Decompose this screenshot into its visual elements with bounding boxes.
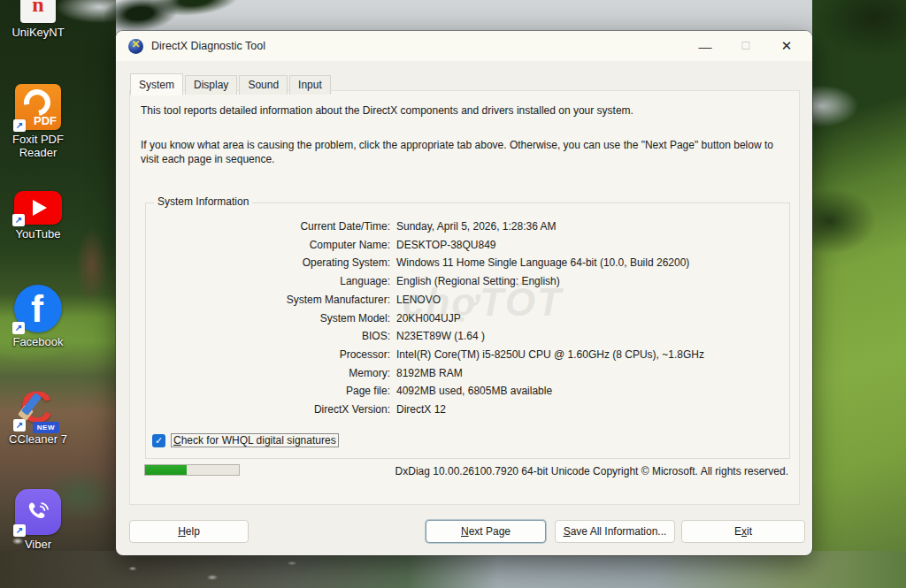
intro-text-2: If you know what area is causing the pro… — [141, 138, 788, 166]
wallpaper-grass-slope — [812, 0, 906, 588]
system-information-groupbox: System Information Current Date/Time:Sun… — [145, 202, 790, 459]
new-badge: NEW — [33, 422, 59, 433]
dialog-buttons: Help Next Page Save All Information... E… — [116, 520, 812, 543]
tab-system[interactable]: System — [130, 73, 183, 95]
desktop-icon-ccleaner[interactable]: C NEW ↗ CCleaner 7 — [0, 387, 76, 447]
shortcut-arrow-icon: ↗ — [13, 524, 26, 537]
desktop-icon-foxit[interactable]: PDF ↗ Foxit PDF Reader — [0, 84, 76, 160]
info-row: Language:English (Regional Setting: Engl… — [153, 272, 783, 291]
help-button[interactable]: Help — [129, 520, 249, 543]
groupbox-title: System Information — [154, 195, 252, 208]
unikey-icon: n — [20, 0, 56, 23]
wallpaper-stream — [0, 551, 906, 588]
whql-checkbox-label[interactable]: Check for WHQL digital signatures — [171, 433, 339, 447]
whql-checkbox-row[interactable]: ✓ Check for WHQL digital signatures — [152, 433, 339, 447]
info-row: Operating System:Windows 11 Home Single … — [153, 254, 783, 272]
info-row: Current Date/Time:Sunday, April 5, 2026,… — [153, 218, 783, 236]
shortcut-arrow-icon: ↗ — [13, 419, 26, 431]
shortcut-arrow-icon: ↗ — [12, 322, 25, 334]
exit-button[interactable]: Exit — [681, 520, 805, 543]
info-row: BIOS:N23ET89W (1.64 ) — [153, 327, 783, 346]
tab-display[interactable]: Display — [185, 75, 237, 95]
save-all-information-button[interactable]: Save All Information... — [555, 520, 675, 543]
info-row: DirectX Version:DirectX 12 — [153, 401, 783, 419]
checkbox-checked-icon[interactable]: ✓ — [152, 434, 165, 447]
desktop-icon-label: Foxit PDF Reader — [0, 134, 76, 160]
desktop-icon-label: Facebook — [12, 336, 63, 349]
desktop-icon-youtube[interactable]: ↗ YouTube — [0, 191, 76, 241]
next-page-button[interactable]: Next Page — [426, 520, 546, 543]
shortcut-arrow-icon: ↗ — [12, 214, 25, 226]
progress-fill — [145, 465, 187, 475]
info-row: System Model:20KH004UJP — [153, 309, 783, 328]
directx-app-icon: ✕ — [128, 39, 143, 54]
dxdiag-version-text: DxDiag 10.00.26100.7920 64-bit Unicode C… — [395, 465, 788, 477]
desktop-icon-label: UniKeyNT — [12, 27, 64, 40]
system-tab-page: This tool reports detailed information a… — [129, 90, 800, 505]
desktop-icon-label: CCleaner 7 — [9, 433, 67, 447]
tab-input[interactable]: Input — [289, 75, 331, 95]
info-row: System Manufacturer:LENOVO — [153, 291, 783, 309]
shortcut-arrow-icon: ↗ — [13, 119, 26, 132]
maximize-button[interactable]: ☐ — [726, 31, 766, 61]
desktop-icon-facebook[interactable]: f ↗ Facebook — [0, 285, 76, 349]
info-row: Computer Name:DESKTOP-38QU849 — [153, 236, 783, 255]
intro-text-1: This tool reports detailed information a… — [141, 103, 787, 118]
desktop-icon-unikeynt[interactable]: n UniKeyNT — [0, 0, 76, 40]
minimize-button[interactable]: — — [685, 31, 726, 61]
tab-strip: System Display Sound Input — [130, 73, 333, 95]
info-row: Page file:4092MB used, 6805MB available — [153, 382, 783, 401]
desktop-icon-label: Viber — [25, 538, 51, 552]
tab-sound[interactable]: Sound — [239, 75, 288, 95]
desktop-icon-viber[interactable]: ↗ Viber — [0, 489, 76, 552]
desktop-icon-label: YouTube — [15, 228, 60, 241]
info-row: Processor:Intel(R) Core(TM) i5-8250U CPU… — [153, 346, 783, 364]
dxdiag-window: ✕ DirectX Diagnostic Tool — ☐ ✕ System D… — [116, 31, 812, 555]
close-button[interactable]: ✕ — [766, 31, 807, 61]
progress-bar — [144, 464, 240, 476]
title-bar[interactable]: ✕ DirectX Diagnostic Tool — ☐ ✕ — [116, 31, 812, 61]
window-title: DirectX Diagnostic Tool — [151, 40, 265, 52]
info-row: Memory:8192MB RAM — [153, 364, 783, 383]
system-info-rows: Current Date/Time:Sunday, April 5, 2026,… — [153, 218, 783, 419]
